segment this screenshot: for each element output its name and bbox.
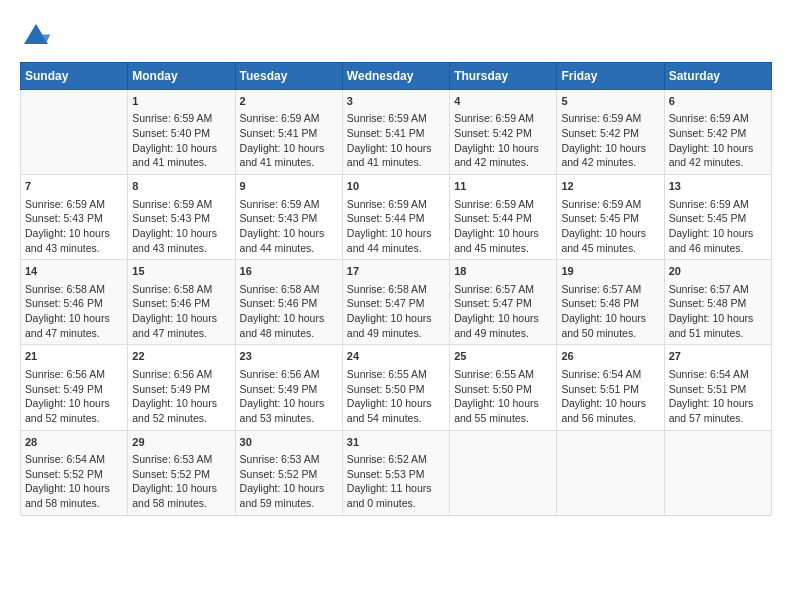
cell-text: Sunrise: 6:59 AM Sunset: 5:40 PM Dayligh… [132, 111, 230, 170]
day-number: 9 [240, 179, 338, 194]
cell-text: Sunrise: 6:54 AM Sunset: 5:51 PM Dayligh… [561, 367, 659, 426]
calendar-table: SundayMondayTuesdayWednesdayThursdayFrid… [20, 62, 772, 516]
calendar-cell: 27Sunrise: 6:54 AM Sunset: 5:51 PM Dayli… [664, 345, 771, 430]
logo-icon [20, 20, 52, 52]
day-number: 10 [347, 179, 445, 194]
cell-text: Sunrise: 6:59 AM Sunset: 5:43 PM Dayligh… [132, 197, 230, 256]
calendar-cell: 7Sunrise: 6:59 AM Sunset: 5:43 PM Daylig… [21, 175, 128, 260]
day-number: 6 [669, 94, 767, 109]
calendar-cell [450, 430, 557, 515]
col-header-thursday: Thursday [450, 63, 557, 90]
calendar-cell: 14Sunrise: 6:58 AM Sunset: 5:46 PM Dayli… [21, 260, 128, 345]
day-number: 24 [347, 349, 445, 364]
col-header-saturday: Saturday [664, 63, 771, 90]
day-number: 4 [454, 94, 552, 109]
calendar-cell: 21Sunrise: 6:56 AM Sunset: 5:49 PM Dayli… [21, 345, 128, 430]
calendar-cell: 20Sunrise: 6:57 AM Sunset: 5:48 PM Dayli… [664, 260, 771, 345]
day-number: 25 [454, 349, 552, 364]
calendar-cell [21, 90, 128, 175]
day-number: 11 [454, 179, 552, 194]
page-header [20, 20, 772, 52]
day-number: 18 [454, 264, 552, 279]
cell-text: Sunrise: 6:59 AM Sunset: 5:44 PM Dayligh… [454, 197, 552, 256]
cell-text: Sunrise: 6:58 AM Sunset: 5:46 PM Dayligh… [132, 282, 230, 341]
calendar-cell: 30Sunrise: 6:53 AM Sunset: 5:52 PM Dayli… [235, 430, 342, 515]
week-row-1: 1Sunrise: 6:59 AM Sunset: 5:40 PM Daylig… [21, 90, 772, 175]
calendar-cell: 19Sunrise: 6:57 AM Sunset: 5:48 PM Dayli… [557, 260, 664, 345]
calendar-cell [664, 430, 771, 515]
day-number: 31 [347, 435, 445, 450]
header-row: SundayMondayTuesdayWednesdayThursdayFrid… [21, 63, 772, 90]
cell-text: Sunrise: 6:59 AM Sunset: 5:42 PM Dayligh… [669, 111, 767, 170]
week-row-3: 14Sunrise: 6:58 AM Sunset: 5:46 PM Dayli… [21, 260, 772, 345]
calendar-cell: 15Sunrise: 6:58 AM Sunset: 5:46 PM Dayli… [128, 260, 235, 345]
calendar-cell: 1Sunrise: 6:59 AM Sunset: 5:40 PM Daylig… [128, 90, 235, 175]
calendar-cell: 10Sunrise: 6:59 AM Sunset: 5:44 PM Dayli… [342, 175, 449, 260]
day-number: 15 [132, 264, 230, 279]
cell-text: Sunrise: 6:52 AM Sunset: 5:53 PM Dayligh… [347, 452, 445, 511]
day-number: 28 [25, 435, 123, 450]
day-number: 19 [561, 264, 659, 279]
day-number: 8 [132, 179, 230, 194]
col-header-tuesday: Tuesday [235, 63, 342, 90]
calendar-cell: 24Sunrise: 6:55 AM Sunset: 5:50 PM Dayli… [342, 345, 449, 430]
calendar-cell: 29Sunrise: 6:53 AM Sunset: 5:52 PM Dayli… [128, 430, 235, 515]
cell-text: Sunrise: 6:59 AM Sunset: 5:41 PM Dayligh… [347, 111, 445, 170]
day-number: 30 [240, 435, 338, 450]
cell-text: Sunrise: 6:59 AM Sunset: 5:44 PM Dayligh… [347, 197, 445, 256]
day-number: 14 [25, 264, 123, 279]
calendar-cell: 18Sunrise: 6:57 AM Sunset: 5:47 PM Dayli… [450, 260, 557, 345]
col-header-monday: Monday [128, 63, 235, 90]
day-number: 26 [561, 349, 659, 364]
day-number: 23 [240, 349, 338, 364]
day-number: 22 [132, 349, 230, 364]
cell-text: Sunrise: 6:59 AM Sunset: 5:42 PM Dayligh… [561, 111, 659, 170]
cell-text: Sunrise: 6:59 AM Sunset: 5:41 PM Dayligh… [240, 111, 338, 170]
week-row-4: 21Sunrise: 6:56 AM Sunset: 5:49 PM Dayli… [21, 345, 772, 430]
calendar-cell: 28Sunrise: 6:54 AM Sunset: 5:52 PM Dayli… [21, 430, 128, 515]
cell-text: Sunrise: 6:59 AM Sunset: 5:45 PM Dayligh… [669, 197, 767, 256]
cell-text: Sunrise: 6:59 AM Sunset: 5:43 PM Dayligh… [240, 197, 338, 256]
cell-text: Sunrise: 6:59 AM Sunset: 5:43 PM Dayligh… [25, 197, 123, 256]
calendar-cell: 31Sunrise: 6:52 AM Sunset: 5:53 PM Dayli… [342, 430, 449, 515]
calendar-cell: 23Sunrise: 6:56 AM Sunset: 5:49 PM Dayli… [235, 345, 342, 430]
day-number: 3 [347, 94, 445, 109]
calendar-cell [557, 430, 664, 515]
cell-text: Sunrise: 6:58 AM Sunset: 5:47 PM Dayligh… [347, 282, 445, 341]
cell-text: Sunrise: 6:59 AM Sunset: 5:45 PM Dayligh… [561, 197, 659, 256]
calendar-cell: 16Sunrise: 6:58 AM Sunset: 5:46 PM Dayli… [235, 260, 342, 345]
calendar-cell: 3Sunrise: 6:59 AM Sunset: 5:41 PM Daylig… [342, 90, 449, 175]
svg-marker-0 [24, 24, 48, 44]
cell-text: Sunrise: 6:53 AM Sunset: 5:52 PM Dayligh… [240, 452, 338, 511]
calendar-cell: 9Sunrise: 6:59 AM Sunset: 5:43 PM Daylig… [235, 175, 342, 260]
cell-text: Sunrise: 6:57 AM Sunset: 5:47 PM Dayligh… [454, 282, 552, 341]
day-number: 2 [240, 94, 338, 109]
cell-text: Sunrise: 6:53 AM Sunset: 5:52 PM Dayligh… [132, 452, 230, 511]
calendar-cell: 25Sunrise: 6:55 AM Sunset: 5:50 PM Dayli… [450, 345, 557, 430]
col-header-friday: Friday [557, 63, 664, 90]
cell-text: Sunrise: 6:58 AM Sunset: 5:46 PM Dayligh… [240, 282, 338, 341]
day-number: 27 [669, 349, 767, 364]
cell-text: Sunrise: 6:55 AM Sunset: 5:50 PM Dayligh… [347, 367, 445, 426]
cell-text: Sunrise: 6:54 AM Sunset: 5:52 PM Dayligh… [25, 452, 123, 511]
cell-text: Sunrise: 6:57 AM Sunset: 5:48 PM Dayligh… [669, 282, 767, 341]
day-number: 29 [132, 435, 230, 450]
cell-text: Sunrise: 6:55 AM Sunset: 5:50 PM Dayligh… [454, 367, 552, 426]
cell-text: Sunrise: 6:57 AM Sunset: 5:48 PM Dayligh… [561, 282, 659, 341]
calendar-cell: 22Sunrise: 6:56 AM Sunset: 5:49 PM Dayli… [128, 345, 235, 430]
calendar-cell: 17Sunrise: 6:58 AM Sunset: 5:47 PM Dayli… [342, 260, 449, 345]
day-number: 1 [132, 94, 230, 109]
day-number: 21 [25, 349, 123, 364]
calendar-cell: 12Sunrise: 6:59 AM Sunset: 5:45 PM Dayli… [557, 175, 664, 260]
day-number: 7 [25, 179, 123, 194]
calendar-cell: 11Sunrise: 6:59 AM Sunset: 5:44 PM Dayli… [450, 175, 557, 260]
calendar-cell: 5Sunrise: 6:59 AM Sunset: 5:42 PM Daylig… [557, 90, 664, 175]
calendar-cell: 6Sunrise: 6:59 AM Sunset: 5:42 PM Daylig… [664, 90, 771, 175]
col-header-sunday: Sunday [21, 63, 128, 90]
col-header-wednesday: Wednesday [342, 63, 449, 90]
day-number: 13 [669, 179, 767, 194]
cell-text: Sunrise: 6:54 AM Sunset: 5:51 PM Dayligh… [669, 367, 767, 426]
day-number: 5 [561, 94, 659, 109]
day-number: 17 [347, 264, 445, 279]
calendar-cell: 26Sunrise: 6:54 AM Sunset: 5:51 PM Dayli… [557, 345, 664, 430]
